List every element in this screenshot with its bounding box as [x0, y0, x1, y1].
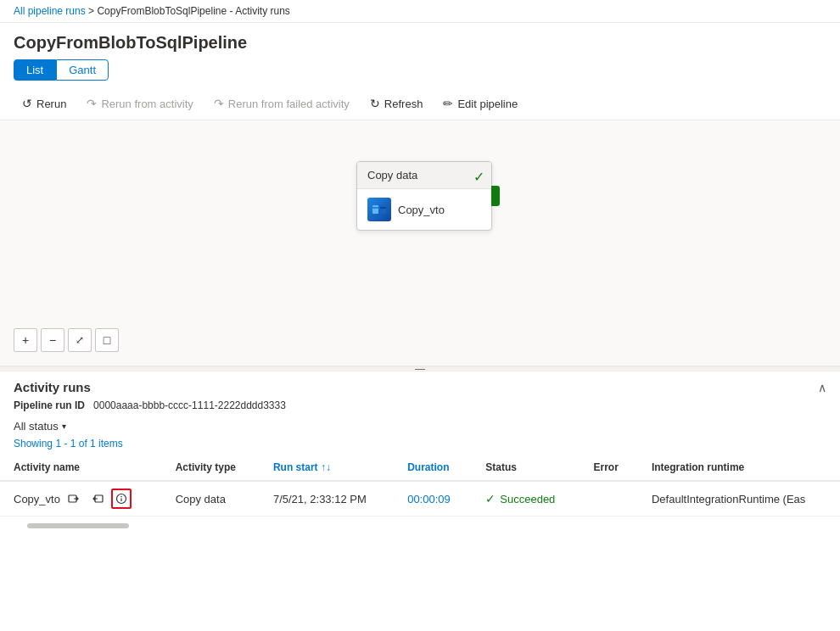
rerun-icon: ↺	[22, 97, 32, 110]
table-header-row: Activity name Activity type Run start ↑↓…	[0, 455, 840, 481]
section-header: Activity runs ∧	[0, 371, 840, 398]
svg-rect-2	[372, 207, 378, 209]
node-body: Copy_vto	[357, 189, 491, 230]
pipeline-node[interactable]: Copy data ✓ Copy_vto	[356, 161, 492, 231]
col-run-start[interactable]: Run start ↑↓	[260, 455, 394, 481]
activity-runs-section: Activity runs ∧ Pipeline run ID 0000aaaa…	[0, 371, 840, 535]
collapse-button[interactable]: ∧	[818, 381, 826, 394]
output-icon-button[interactable]	[87, 489, 108, 509]
input-icon-button[interactable]	[64, 489, 84, 509]
page-title: CopyFromBlobToSqlPipeline	[0, 23, 840, 59]
col-activity-type: Activity type	[162, 455, 260, 481]
svg-rect-1	[380, 205, 386, 214]
rerun-from-failed-button[interactable]: ↷ Rerun from failed activity	[205, 92, 358, 114]
edit-pipeline-button[interactable]: ✏ Edit pipeline	[434, 92, 526, 114]
svg-rect-3	[380, 207, 386, 209]
cell-integration-runtime: DefaultIntegrationRuntime (Eas	[638, 481, 840, 517]
cell-run-start: 7/5/21, 2:33:12 PM	[260, 481, 394, 517]
node-header: Copy data ✓	[357, 162, 491, 189]
cell-status: ✓ Succeeded	[472, 481, 580, 517]
filter-row: All status ▾	[0, 416, 840, 436]
svg-point-7	[120, 496, 122, 498]
rerun-button[interactable]: ↺ Rerun	[14, 92, 75, 114]
expand-button[interactable]: □	[95, 328, 119, 352]
action-icons	[64, 489, 132, 509]
pipeline-run-id-row: Pipeline run ID 0000aaaa-bbbb-cccc-1111-…	[0, 398, 840, 416]
toolbar: ↺ Rerun ↷ Rerun from activity ↷ Rerun fr…	[0, 87, 840, 120]
list-view-button[interactable]: List	[14, 59, 56, 81]
node-right-indicator	[491, 186, 500, 206]
section-title: Activity runs	[14, 380, 91, 394]
col-error: Error	[580, 455, 638, 481]
rerun-from-failed-icon: ↷	[214, 97, 224, 110]
fit-screen-button[interactable]: ⤢	[68, 328, 92, 352]
edit-icon: ✏	[443, 97, 453, 110]
node-success-icon: ✓	[473, 169, 484, 185]
gantt-view-button[interactable]: Gantt	[56, 59, 109, 81]
sort-icon: ↑↓	[321, 461, 331, 473]
table-body: Copy_vto	[0, 481, 840, 517]
zoom-in-button[interactable]: +	[14, 328, 37, 352]
svg-rect-0	[372, 205, 378, 214]
rerun-from-activity-icon: ↷	[87, 97, 97, 110]
node-name: Copy_vto	[398, 204, 445, 216]
horizontal-scrollbar[interactable]	[27, 523, 129, 528]
col-activity-name: Activity name	[0, 455, 162, 481]
zoom-out-button[interactable]: −	[41, 328, 64, 352]
cell-duration: 00:00:09	[394, 481, 472, 517]
col-duration[interactable]: Duration	[394, 455, 472, 481]
canvas-controls: + − ⤢ □	[14, 328, 119, 352]
cell-activity-type: Copy data	[162, 481, 260, 517]
chevron-down-icon: ▾	[62, 422, 66, 431]
breadcrumb: All pipeline runs > CopyFromBlobToSqlPip…	[0, 0, 840, 23]
table-row: Copy_vto	[0, 481, 840, 517]
view-toggle-group: List Gantt	[0, 59, 840, 87]
table-header: Activity name Activity type Run start ↑↓…	[0, 455, 840, 481]
breadcrumb-link-all-pipelines[interactable]: All pipeline runs	[14, 5, 86, 17]
pipeline-canvas: Copy data ✓ Copy_vto + − ⤢ □	[0, 120, 840, 366]
status-success-icon: ✓	[485, 492, 496, 505]
col-status: Status	[472, 455, 580, 481]
cell-activity-name: Copy_vto	[0, 481, 162, 517]
node-box: Copy data ✓ Copy_vto	[356, 161, 492, 231]
rerun-from-activity-button[interactable]: ↷ Rerun from activity	[78, 92, 201, 114]
node-activity-icon	[367, 198, 391, 221]
refresh-icon: ↻	[370, 97, 380, 110]
details-icon-button[interactable]	[111, 489, 132, 509]
refresh-button[interactable]: ↻ Refresh	[361, 92, 432, 114]
status-filter-button[interactable]: All status ▾	[14, 420, 66, 433]
cell-error	[580, 481, 638, 517]
col-integration-runtime: Integration runtime	[638, 455, 840, 481]
showing-text: Showing 1 - 1 of 1 items	[0, 436, 840, 455]
activity-runs-table: Activity name Activity type Run start ↑↓…	[0, 455, 840, 517]
